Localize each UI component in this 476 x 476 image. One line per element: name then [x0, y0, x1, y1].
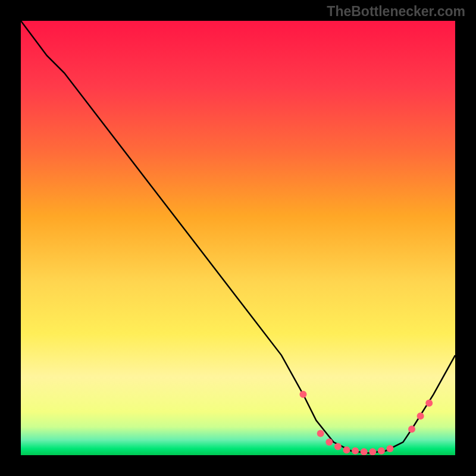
gradient-background: [21, 21, 455, 455]
valley-marker-dot: [334, 443, 342, 450]
valley-marker-dot: [378, 447, 385, 455]
attribution-text: TheBottlenecker.com: [327, 4, 465, 20]
plot-area: [21, 21, 455, 455]
valley-marker-dot: [300, 391, 307, 398]
valley-marker-dot: [343, 446, 350, 453]
valley-marker-dot: [417, 412, 424, 419]
valley-marker-dot: [361, 448, 368, 455]
valley-marker-dot: [352, 447, 359, 455]
valley-marker-dot: [317, 430, 324, 437]
valley-marker-dot: [325, 439, 333, 446]
chart-container: TheBottlenecker.com: [0, 0, 476, 476]
valley-marker-dot: [425, 399, 433, 406]
valley-marker-dot: [387, 445, 394, 452]
bottleneck-chart: [21, 21, 455, 455]
valley-marker-dot: [408, 425, 415, 433]
valley-marker-dot: [369, 448, 376, 455]
